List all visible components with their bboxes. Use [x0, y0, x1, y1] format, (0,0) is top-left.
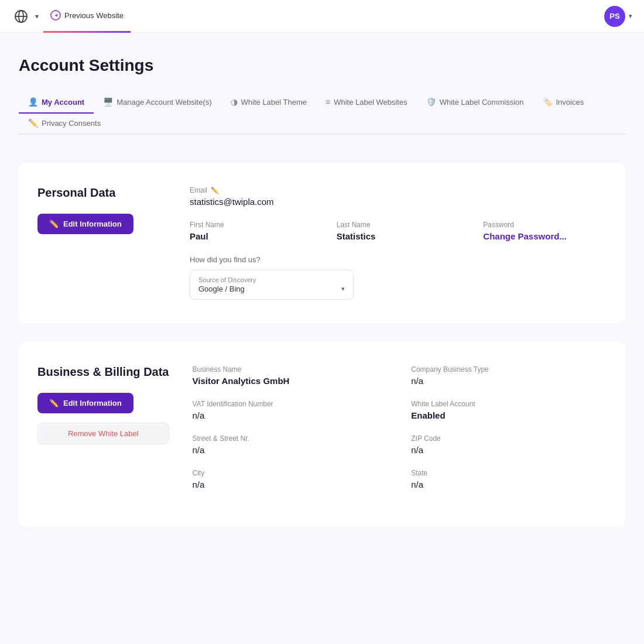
tabs-bar: 👤 My Account 🖥️ Manage Account Website(s…: [19, 91, 625, 135]
tab-invoices[interactable]: 🏷️ Invoices: [533, 91, 594, 114]
topnav: ▾ Previous Website PS ▾: [0, 0, 644, 33]
email-value: statistics@twipla.com: [190, 197, 607, 207]
state-value: n/a: [411, 479, 607, 489]
company-type-field: Company Business Type n/a: [411, 365, 607, 386]
privacy-consents-icon: ✏️: [28, 118, 38, 128]
vat-whitelabel-row: VAT Identification Number n/a White Labe…: [193, 400, 607, 420]
topnav-left: ▾ Previous Website: [12, 0, 131, 33]
tab-white-label-websites[interactable]: ≡ White Label Websites: [316, 91, 417, 114]
previous-website-label: Previous Website: [64, 11, 124, 20]
business-data-section: Business & Billing Data ✏️ Edit Informat…: [19, 342, 625, 527]
business-edit-icon: ✏️: [49, 399, 59, 407]
tab-my-account-label: My Account: [42, 98, 84, 107]
tab-my-account[interactable]: 👤 My Account: [19, 91, 94, 114]
city-value: n/a: [193, 479, 388, 489]
zip-label: ZIP Code: [411, 434, 607, 443]
white-label-label: White Label Account: [411, 400, 607, 408]
state-field: State n/a: [411, 469, 607, 489]
last-name-value: Statistics: [337, 231, 460, 241]
avatar-dropdown-arrow[interactable]: ▾: [629, 12, 632, 20]
email-edit-icon[interactable]: ✏️: [211, 187, 219, 194]
personal-data-section: Personal Data ✏️ Edit Information Email …: [19, 163, 625, 323]
tab-privacy-consents-label: Privacy Consents: [42, 119, 101, 128]
personal-data-title: Personal Data: [37, 186, 166, 200]
street-value: n/a: [193, 445, 388, 455]
tab-manage-websites[interactable]: 🖥️ Manage Account Website(s): [94, 91, 221, 114]
name-password-row: First Name Paul Last Name Statistics Pas…: [190, 221, 607, 241]
zip-value: n/a: [411, 445, 607, 455]
source-label: Source of Discovery: [198, 276, 345, 283]
password-label: Password: [483, 221, 607, 229]
white-label-websites-icon: ≡: [326, 97, 330, 107]
remove-white-label-button[interactable]: Remove White Label: [37, 423, 169, 444]
city-state-row: City n/a State n/a: [193, 469, 607, 489]
email-field-group: Email ✏️ statistics@twipla.com: [190, 186, 607, 207]
tab-white-label-websites-label: White Label Websites: [334, 98, 407, 107]
personal-data-edit-button[interactable]: ✏️ Edit Information: [37, 214, 133, 234]
source-select-row: Google / Bing ▾: [198, 285, 345, 293]
previous-website-icon: [50, 10, 61, 20]
invoices-icon: 🏷️: [543, 97, 553, 107]
manage-websites-icon: 🖥️: [103, 97, 113, 107]
tab-manage-websites-label: Manage Account Website(s): [117, 98, 211, 107]
company-type-value: n/a: [411, 376, 607, 386]
source-of-discovery-select[interactable]: Source of Discovery Google / Bing ▾: [190, 270, 354, 300]
password-field: Password Change Password...: [483, 221, 607, 241]
city-label: City: [193, 469, 388, 477]
street-field: Street & Street Nr. n/a: [193, 434, 388, 455]
page-title: Account Settings: [19, 56, 625, 75]
last-name-field: Last Name Statistics: [337, 221, 460, 241]
change-password-link[interactable]: Change Password...: [483, 231, 607, 241]
personal-data-left: Personal Data ✏️ Edit Information: [37, 186, 166, 300]
business-name-row: Business Name Visitor Analytics GmbH Com…: [193, 365, 607, 386]
business-data-left: Business & Billing Data ✏️ Edit Informat…: [37, 365, 169, 503]
street-zip-row: Street & Street Nr. n/a ZIP Code n/a: [193, 434, 607, 455]
personal-data-right: Email ✏️ statistics@twipla.com First Nam…: [190, 186, 607, 300]
business-name-label: Business Name: [193, 365, 388, 374]
tab-white-label-commission-label: White Label Commission: [440, 98, 524, 107]
white-label-value: Enabled: [411, 410, 607, 420]
street-label: Street & Street Nr.: [193, 434, 388, 443]
tab-white-label-theme-label: White Label Theme: [241, 98, 307, 107]
last-name-label: Last Name: [337, 221, 460, 229]
globe-icon[interactable]: [12, 7, 30, 26]
email-label: Email ✏️: [190, 186, 607, 194]
vat-field: VAT Identification Number n/a: [193, 400, 388, 420]
state-label: State: [411, 469, 607, 477]
source-value: Google / Bing: [198, 285, 245, 293]
source-chevron-down-icon: ▾: [341, 285, 345, 293]
discovery-question: How did you find us?: [190, 255, 607, 264]
business-data-edit-label: Edit Information: [63, 399, 122, 407]
white-label-commission-icon: 🛡️: [426, 97, 436, 107]
white-label-theme-icon: ◑: [231, 97, 238, 107]
business-data-title: Business & Billing Data: [37, 365, 169, 379]
business-data-edit-button[interactable]: ✏️ Edit Information: [37, 393, 133, 413]
business-name-value: Visitor Analytics GmbH: [193, 376, 388, 386]
first-name-value: Paul: [190, 231, 313, 241]
white-label-field: White Label Account Enabled: [411, 400, 607, 420]
first-name-field: First Name Paul: [190, 221, 313, 241]
city-field: City n/a: [193, 469, 388, 489]
topnav-right: PS ▾: [604, 6, 632, 27]
edit-icon: ✏️: [49, 220, 59, 228]
globe-dropdown-arrow[interactable]: ▾: [35, 12, 39, 20]
tab-previous-website[interactable]: Previous Website: [43, 0, 131, 33]
vat-label: VAT Identification Number: [193, 400, 388, 408]
company-type-label: Company Business Type: [411, 365, 607, 374]
tab-privacy-consents[interactable]: ✏️ Privacy Consents: [19, 112, 110, 135]
tab-white-label-theme[interactable]: ◑ White Label Theme: [221, 91, 317, 114]
personal-data-edit-label: Edit Information: [63, 220, 122, 228]
vat-value: n/a: [193, 410, 388, 420]
page-content: Account Settings 👤 My Account 🖥️ Manage …: [0, 33, 644, 581]
business-name-field: Business Name Visitor Analytics GmbH: [193, 365, 388, 386]
zip-field: ZIP Code n/a: [411, 434, 607, 455]
tab-invoices-label: Invoices: [556, 98, 584, 107]
remove-white-label-label: Remove White Label: [68, 429, 139, 438]
first-name-label: First Name: [190, 221, 313, 229]
tab-white-label-commission[interactable]: 🛡️ White Label Commission: [417, 91, 533, 114]
my-account-icon: 👤: [28, 97, 38, 107]
business-data-right: Business Name Visitor Analytics GmbH Com…: [193, 365, 607, 503]
avatar[interactable]: PS: [604, 6, 625, 27]
